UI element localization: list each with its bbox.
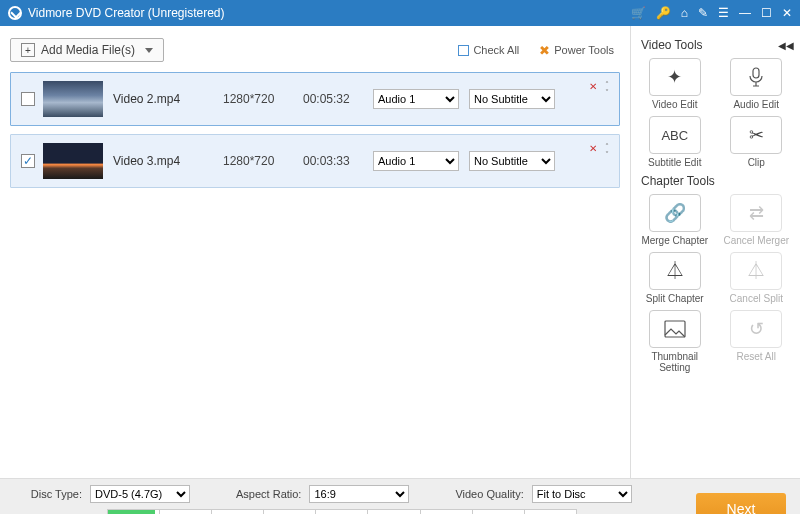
- tool-label: Cancel Split: [730, 293, 783, 304]
- remove-icon[interactable]: ✕: [589, 81, 597, 92]
- audio-select[interactable]: Audio 1: [373, 89, 459, 109]
- chapter-tool: ↺ Reset All: [719, 310, 795, 373]
- item-checkbox[interactable]: [21, 92, 35, 106]
- video-tools-title: Video Tools: [641, 38, 703, 52]
- chapter-tool: ⏃ Split Chapter: [637, 252, 713, 304]
- subtitle-select[interactable]: No Subtitle: [469, 89, 555, 109]
- tool-label: Split Chapter: [646, 293, 704, 304]
- video-tool: ✂ Clip: [719, 116, 795, 168]
- disc-type-label: Disc Type:: [12, 488, 82, 500]
- capacity-tick: 2.5GB: [316, 510, 368, 514]
- audio-select[interactable]: Audio 1: [373, 151, 459, 171]
- thumbnail setting-icon[interactable]: [649, 310, 701, 348]
- video-quality-select[interactable]: Fit to Disc: [532, 485, 632, 503]
- plus-icon: +: [21, 43, 35, 57]
- tool-label: Clip: [748, 157, 765, 168]
- subtitle edit-icon[interactable]: ABC: [649, 116, 701, 154]
- capacity-bar: 0.5GB1GB1.5GB2GB2.5GB3GB3.5GB4GB4.5GB: [107, 509, 577, 514]
- check-all-toggle[interactable]: Check All: [458, 44, 519, 56]
- titlebar-icons: 🛒 🔑 ⌂ ✎ ☰ — ☐ ✕: [631, 6, 792, 20]
- close-icon[interactable]: ✕: [782, 6, 792, 20]
- chapter-tool: 🔗 Merge Chapter: [637, 194, 713, 246]
- minimize-icon[interactable]: —: [739, 6, 751, 20]
- capacity-tick: 3.5GB: [421, 510, 473, 514]
- chapter-tools-title: Chapter Tools: [641, 174, 715, 188]
- thumbnail[interactable]: [43, 81, 103, 117]
- wrench-icon: ✖: [539, 43, 550, 58]
- subtitle-select[interactable]: No Subtitle: [469, 151, 555, 171]
- capacity-tick: 2GB: [264, 510, 316, 514]
- resolution: 1280*720: [223, 92, 303, 106]
- tool-label: Subtitle Edit: [648, 157, 701, 168]
- power-tools-label: Power Tools: [554, 44, 614, 56]
- tool-label: Merge Chapter: [641, 235, 708, 246]
- move-down-icon[interactable]: ˅: [605, 151, 609, 159]
- sidebar: Video Tools ◀◀ ✦ Video Edit Audio EditAB…: [630, 26, 800, 478]
- app-title: Vidmore DVD Creator (Unregistered): [28, 6, 225, 20]
- power-tools-button[interactable]: ✖ Power Tools: [539, 43, 614, 58]
- capacity-tick: 4.5GB: [525, 510, 576, 514]
- audio edit-icon[interactable]: [730, 58, 782, 96]
- capacity-tick: 1.5GB: [212, 510, 264, 514]
- menu-icon[interactable]: ☰: [718, 6, 729, 20]
- cart-icon[interactable]: 🛒: [631, 6, 646, 20]
- tool-label: Cancel Merger: [723, 235, 789, 246]
- maximize-icon[interactable]: ☐: [761, 6, 772, 20]
- thumbnail[interactable]: [43, 143, 103, 179]
- title-bar: Vidmore DVD Creator (Unregistered) 🛒 🔑 ⌂…: [0, 0, 800, 26]
- remove-icon[interactable]: ✕: [589, 143, 597, 154]
- file-name: Video 2.mp4: [113, 92, 223, 106]
- add-media-button[interactable]: + Add Media File(s): [10, 38, 164, 62]
- split chapter-icon[interactable]: ⏃: [649, 252, 701, 290]
- video edit-icon[interactable]: ✦: [649, 58, 701, 96]
- collapse-icon[interactable]: ◀◀: [778, 40, 794, 51]
- video-tool: Audio Edit: [719, 58, 795, 110]
- chevron-down-icon: [145, 48, 153, 53]
- chapter-tool: ⏃ Cancel Split: [719, 252, 795, 304]
- reset all-icon: ↺: [730, 310, 782, 348]
- footer: Disc Type: DVD-5 (4.7G) Aspect Ratio: 16…: [0, 478, 800, 514]
- video-tool: ✦ Video Edit: [637, 58, 713, 110]
- merge chapter-icon[interactable]: 🔗: [649, 194, 701, 232]
- checkbox-icon: [458, 45, 469, 56]
- resolution: 1280*720: [223, 154, 303, 168]
- app-logo-icon: [8, 6, 22, 20]
- tool-label: Reset All: [737, 351, 776, 362]
- svg-rect-0: [753, 68, 759, 78]
- aspect-ratio-label: Aspect Ratio:: [236, 488, 301, 500]
- duration: 00:05:32: [303, 92, 373, 106]
- home-icon[interactable]: ⌂: [681, 6, 688, 20]
- item-checkbox[interactable]: [21, 154, 35, 168]
- video-tool: ABC Subtitle Edit: [637, 116, 713, 168]
- chapter-tool: Thumbnail Setting: [637, 310, 713, 373]
- chapter-tool: ⇄ Cancel Merger: [719, 194, 795, 246]
- cancel merger-icon: ⇄: [730, 194, 782, 232]
- capacity-tick: 4GB: [473, 510, 525, 514]
- next-button[interactable]: Next: [696, 493, 786, 514]
- move-down-icon[interactable]: ˅: [605, 89, 609, 97]
- feedback-icon[interactable]: ✎: [698, 6, 708, 20]
- aspect-ratio-select[interactable]: 16:9: [309, 485, 409, 503]
- media-item[interactable]: Video 3.mp4 1280*720 00:03:33 Audio 1 No…: [10, 134, 620, 188]
- media-item[interactable]: Video 2.mp4 1280*720 00:05:32 Audio 1 No…: [10, 72, 620, 126]
- capacity-tick: 3GB: [368, 510, 420, 514]
- key-icon[interactable]: 🔑: [656, 6, 671, 20]
- cancel split-icon: ⏃: [730, 252, 782, 290]
- tool-label: Thumbnail Setting: [637, 351, 713, 373]
- capacity-tick: 1GB: [160, 510, 212, 514]
- tool-label: Audio Edit: [733, 99, 779, 110]
- duration: 00:03:33: [303, 154, 373, 168]
- tool-label: Video Edit: [652, 99, 697, 110]
- video-quality-label: Video Quality:: [455, 488, 523, 500]
- media-list: Video 2.mp4 1280*720 00:05:32 Audio 1 No…: [10, 72, 620, 478]
- add-media-label: Add Media File(s): [41, 43, 135, 57]
- file-name: Video 3.mp4: [113, 154, 223, 168]
- clip-icon[interactable]: ✂: [730, 116, 782, 154]
- capacity-tick: 0.5GB: [108, 510, 160, 514]
- check-all-label: Check All: [473, 44, 519, 56]
- disc-type-select[interactable]: DVD-5 (4.7G): [90, 485, 190, 503]
